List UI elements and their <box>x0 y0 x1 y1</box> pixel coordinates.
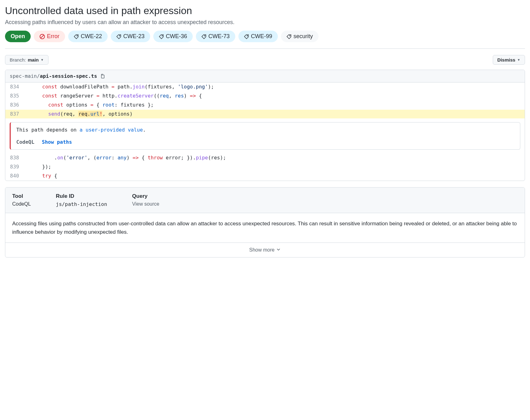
info-value: js/path-injection <box>56 201 107 207</box>
info-label: Query <box>132 193 159 199</box>
controls-row: Branch: main ▼ Dismiss ▼ <box>5 55 525 65</box>
show-more-button[interactable]: Show more <box>5 242 525 257</box>
info-label: Tool <box>12 193 31 199</box>
svg-point-4 <box>162 35 163 36</box>
chevron-down-icon: ▼ <box>517 58 520 62</box>
code-line: 836 const options = { root: fixtures }; <box>5 101 525 110</box>
code-line: 840 try { <box>5 172 525 181</box>
chevron-down-icon <box>276 247 281 253</box>
line-content: const options = { root: fixtures }; <box>24 101 525 110</box>
tag-icon <box>287 34 292 39</box>
error-icon <box>39 34 45 39</box>
tag-icon <box>74 34 79 39</box>
svg-point-6 <box>247 35 248 36</box>
tag-cwe-36[interactable]: CWE-36 <box>153 31 193 42</box>
tag-row: Open Error CWE-22 CWE-23 CWE-36 CWE-73 C… <box>5 31 525 49</box>
info-panel: Tool CodeQL Rule ID js/path-injection Qu… <box>5 187 525 258</box>
code-line: 834 const downloadFilePath = path.join(f… <box>5 82 525 92</box>
tag-cwe-73[interactable]: CWE-73 <box>196 31 235 42</box>
tag-icon <box>244 34 249 39</box>
line-num: 836 <box>5 101 24 110</box>
chevron-down-icon: ▼ <box>41 58 44 62</box>
line-num: 838 <box>5 153 24 162</box>
info-col-rule: Rule ID js/path-injection <box>56 193 107 207</box>
code-line: 835 const rangeServer = http.createServe… <box>5 92 525 101</box>
code-panel: spec-main/api-session-spec.ts 834 const … <box>5 70 525 181</box>
tag-cwe-22[interactable]: CWE-22 <box>68 31 108 42</box>
svg-point-7 <box>290 35 290 36</box>
show-paths-link[interactable]: Show paths <box>42 139 72 145</box>
line-content: }); <box>24 162 525 172</box>
code-line-highlighted: 837 send(req, req.url!, options) <box>5 110 525 119</box>
line-num: 840 <box>5 172 24 181</box>
page-subtitle: Accessing paths influenced by users can … <box>5 19 525 26</box>
branch-label: Branch: <box>10 57 26 62</box>
file-path: spec-main/ <box>10 73 40 79</box>
alert-message: This path depends on a user-provided val… <box>16 127 514 133</box>
info-value: CodeQL <box>12 201 31 207</box>
line-content: try { <box>24 172 525 181</box>
view-source-link[interactable]: View source <box>132 201 159 207</box>
status-badge: Open <box>5 31 31 42</box>
tag-cwe-23[interactable]: CWE-23 <box>111 31 150 42</box>
info-description: Accessing files using paths constructed … <box>5 213 525 242</box>
severity-badge: Error <box>34 31 65 42</box>
line-content: const downloadFilePath = path.join(fixtu… <box>24 82 525 92</box>
tag-security[interactable]: security <box>281 31 319 42</box>
line-num: 839 <box>5 162 24 172</box>
info-col-tool: Tool CodeQL <box>12 193 31 207</box>
info-label: Rule ID <box>56 193 107 199</box>
dismiss-button[interactable]: Dismiss ▼ <box>493 55 525 65</box>
svg-rect-8 <box>101 75 104 78</box>
svg-line-1 <box>41 35 44 38</box>
page-title: Uncontrolled data used in path expressio… <box>5 5 525 17</box>
severity-label: Error <box>47 32 59 40</box>
info-header: Tool CodeQL Rule ID js/path-injection Qu… <box>5 188 525 213</box>
line-num: 837 <box>5 110 24 119</box>
svg-point-3 <box>120 35 120 36</box>
alert-box: This path depends on a user-provided val… <box>10 122 520 150</box>
svg-point-2 <box>77 35 78 36</box>
code-line: 839 }); <box>5 162 525 172</box>
line-num: 834 <box>5 82 24 92</box>
alert-tool: CodeQL <box>16 139 34 145</box>
file-header: spec-main/api-session-spec.ts <box>5 70 525 82</box>
alert-footer: CodeQL Show paths <box>16 139 514 145</box>
line-content: const rangeServer = http.createServer((r… <box>24 92 525 101</box>
file-name: api-session-spec.ts <box>40 73 97 79</box>
svg-point-5 <box>205 35 205 36</box>
branch-select[interactable]: Branch: main ▼ <box>5 55 48 65</box>
dismiss-label: Dismiss <box>497 57 516 62</box>
line-num: 835 <box>5 92 24 101</box>
tag-icon <box>159 34 164 39</box>
line-content: send(req, req.url!, options) <box>24 110 525 119</box>
code-line: 838 .on('error', (error: any) => { throw… <box>5 153 525 162</box>
tag-icon <box>201 34 206 39</box>
copy-icon[interactable] <box>100 74 105 79</box>
line-content: .on('error', (error: any) => { throw err… <box>24 153 525 162</box>
tag-icon <box>116 34 121 39</box>
tag-cwe-99[interactable]: CWE-99 <box>238 31 278 42</box>
branch-value: main <box>28 57 39 62</box>
alert-link[interactable]: a user-provided value <box>79 127 143 133</box>
info-col-query: Query View source <box>132 193 159 207</box>
